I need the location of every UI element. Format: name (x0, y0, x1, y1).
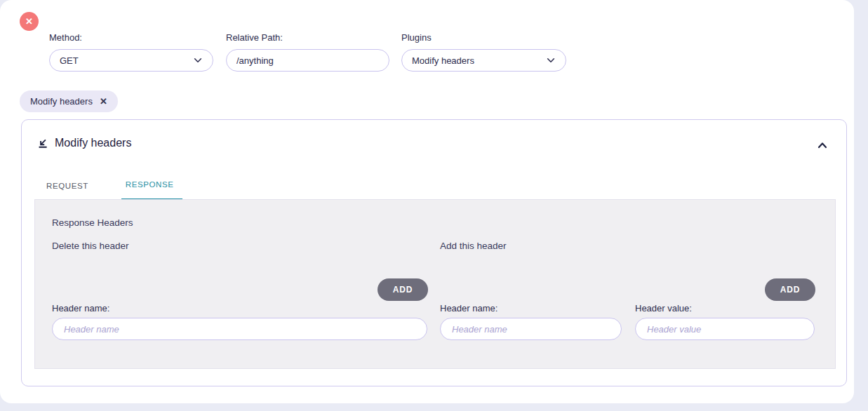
plugins-label: Plugins (401, 32, 566, 43)
response-headers-heading: Response Headers (52, 217, 133, 228)
delete-header-add-button[interactable]: ADD (378, 278, 428, 301)
relative-path-input[interactable] (236, 55, 379, 66)
relative-path-label: Relative Path: (226, 32, 389, 43)
tab-request[interactable]: REQUEST (46, 177, 88, 201)
method-label: Method: (49, 32, 213, 43)
chevron-down-icon (193, 55, 203, 65)
relative-path-pill (226, 49, 389, 72)
method-field-group: Method: GET (49, 32, 213, 72)
delete-header-name-input[interactable] (52, 318, 427, 340)
tab-response[interactable]: RESPONSE (121, 177, 182, 201)
chip-remove-icon[interactable]: ✕ (100, 96, 107, 107)
close-button[interactable]: ✕ (20, 12, 39, 31)
modify-headers-icon (37, 137, 49, 149)
tab-bar: REQUEST RESPONSE (46, 177, 182, 201)
add-header-name-label: Header name: (440, 303, 498, 314)
add-header-add-button[interactable]: ADD (765, 278, 815, 301)
relative-path-field-group: Relative Path: (226, 32, 389, 72)
card-title: Modify headers (55, 137, 131, 149)
chevron-down-icon (546, 55, 556, 65)
delete-header-name-label: Header name: (52, 303, 109, 314)
plugins-selected-value: Modify headers (412, 55, 474, 66)
method-select[interactable]: GET (49, 49, 213, 72)
plugins-select[interactable]: Modify headers (401, 49, 566, 72)
modify-headers-card: Modify headers REQUEST RESPONSE Response… (21, 119, 847, 386)
plugin-chip: Modify headers ✕ (20, 90, 118, 112)
main-panel: ✕ Method: GET Relative Path: Plugins Mod… (0, 0, 854, 403)
add-header-value-label: Header value: (635, 303, 692, 314)
plugins-field-group: Plugins Modify headers (401, 32, 566, 72)
plugin-chip-label: Modify headers (30, 96, 93, 107)
add-header-name-input[interactable] (440, 318, 622, 340)
response-headers-panel: Response Headers Delete this header Add … (34, 199, 836, 369)
collapse-chevron-up-icon[interactable] (815, 138, 829, 152)
add-header-value-input[interactable] (635, 318, 815, 340)
delete-header-section-title: Delete this header (52, 241, 129, 251)
card-title-row: Modify headers (37, 137, 131, 149)
method-selected-value: GET (60, 55, 79, 66)
add-header-section-title: Add this header (440, 241, 507, 251)
